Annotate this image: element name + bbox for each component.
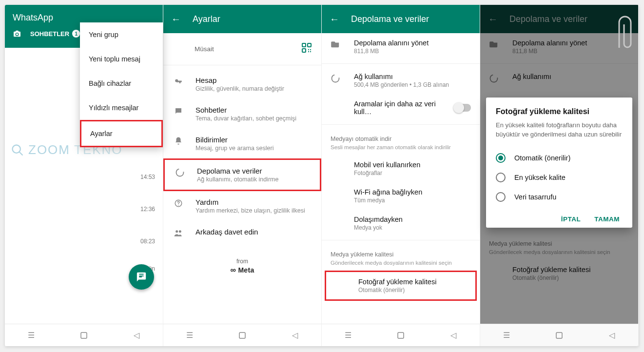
folder-icon xyxy=(331,40,340,48)
storage-header: ← Depolama ve veriler xyxy=(322,5,480,33)
roaming-item[interactable]: Dolaşımdayken Medya yok xyxy=(322,210,480,237)
chats-tab-label: SOHBETLER xyxy=(30,30,69,38)
svg-point-10 xyxy=(176,169,184,176)
svg-rect-5 xyxy=(302,49,306,52)
back-arrow-icon[interactable]: ← xyxy=(171,14,181,25)
svg-rect-17 xyxy=(398,332,404,338)
manage-storage[interactable]: Depolama alanını yönet 811,8 MB xyxy=(322,33,480,60)
svg-point-12 xyxy=(178,205,179,206)
from-meta: from ∞ Meta xyxy=(163,258,321,274)
wifi-item[interactable]: Wi-Fi ağına bağlıyken Tüm medya xyxy=(322,182,480,210)
settings-header: ← Ayarlar xyxy=(163,5,321,33)
settings-notifications[interactable]: Bildirimler Mesaj, grup ve arama sesleri xyxy=(163,129,321,158)
svg-rect-7 xyxy=(310,49,311,50)
chat-time: 14:53 xyxy=(140,174,155,180)
recent-apps-icon[interactable]: ☰ xyxy=(344,331,352,340)
radio-best[interactable]: En yüksek kalite xyxy=(496,168,623,187)
recent-apps-icon[interactable]: ☰ xyxy=(502,331,511,340)
back-icon[interactable]: ◁ xyxy=(449,331,458,340)
settings-account[interactable]: Hesap Gizlilik, güvenlik, numara değişti… xyxy=(163,69,321,99)
screen-settings: ← Ayarlar Müsait Hesap Gizlilik, güvenli… xyxy=(163,5,322,346)
home-icon[interactable] xyxy=(555,331,564,340)
auto-download-sub: Sesli mesajlar her zaman otomatik olarak… xyxy=(322,144,480,155)
back-icon[interactable]: ◁ xyxy=(132,331,141,340)
screen-chats: WhatsApp SOHBETLER 1 Yeni grup Yeni topl… xyxy=(5,5,163,346)
android-navbar: ☰ ◁ xyxy=(5,324,163,346)
camera-icon xyxy=(13,30,21,37)
settings-chats[interactable]: Sohbetler Tema, duvar kağıtları, sohbet … xyxy=(163,99,321,129)
settings-invite[interactable]: Arkadaş davet edin xyxy=(163,221,321,244)
settings-list: Hesap Gizlilik, güvenlik, numara değişti… xyxy=(163,65,321,248)
cancel-button[interactable]: İPTAL xyxy=(561,215,581,223)
paperclip-icon xyxy=(612,14,634,53)
ok-button[interactable]: TAMAM xyxy=(594,215,620,223)
radio-auto[interactable]: Otomatik (önerilir) xyxy=(496,148,623,168)
toggle-switch[interactable] xyxy=(454,104,471,112)
home-icon[interactable] xyxy=(396,331,405,340)
radio-saver[interactable]: Veri tasarrufu xyxy=(496,187,623,207)
qr-icon[interactable] xyxy=(301,42,312,56)
quality-dialog: Fotoğraf yükleme kalitesi En yüksek kali… xyxy=(486,98,632,228)
settings-title: Ayarlar xyxy=(193,14,220,24)
radio-icon[interactable] xyxy=(496,173,506,182)
chats-tab[interactable]: SOHBETLER 1 xyxy=(30,30,80,42)
screen-storage-dialog: ← Depolama ve veriler Depolama alanını y… xyxy=(480,5,639,346)
menu-settings[interactable]: Ayarlar xyxy=(80,120,163,147)
svg-point-13 xyxy=(176,230,178,233)
item-sub: Gizlilik, güvenlik, numara değiştir xyxy=(195,85,284,92)
camera-tab[interactable] xyxy=(13,30,21,42)
menu-new-group[interactable]: Yeni grup xyxy=(80,22,163,47)
auto-download-title: Medyayı otomatik indir xyxy=(322,128,480,144)
home-icon[interactable] xyxy=(79,331,88,340)
network-usage[interactable]: Ağ kullanımı 500,4 MB gönderilen • 1,3 G… xyxy=(322,67,480,94)
photo-quality-item[interactable]: Fotoğraf yükleme kalitesi Otomatik (öner… xyxy=(325,271,477,301)
radio-icon[interactable] xyxy=(496,192,506,202)
less-data-label: Aramalar için daha az veri kull… xyxy=(331,100,454,116)
svg-line-1 xyxy=(20,152,23,155)
home-icon[interactable] xyxy=(238,331,247,340)
radio-label: Veri tasarrufu xyxy=(514,193,556,201)
radio-icon[interactable] xyxy=(496,153,506,163)
screen-storage: ← Depolama ve veriler Depolama alanını y… xyxy=(322,5,480,346)
app-title: WhatsApp xyxy=(13,13,155,23)
menu-starred[interactable]: Yıldızlı mesajlar xyxy=(80,96,163,120)
menu-broadcast[interactable]: Yeni toplu mesaj xyxy=(80,47,163,71)
back-icon[interactable]: ◁ xyxy=(291,331,299,340)
svg-rect-19 xyxy=(556,332,562,338)
new-chat-fab[interactable] xyxy=(129,264,154,290)
svg-point-0 xyxy=(13,145,20,153)
chat-time: 12:36 xyxy=(140,206,155,213)
settings-storage[interactable]: Depolama ve veriler Ağ kullanımı, otomat… xyxy=(163,158,321,191)
svg-point-14 xyxy=(179,230,181,233)
profile-row[interactable]: Müsait xyxy=(163,33,321,65)
svg-rect-8 xyxy=(308,51,309,52)
upload-quality-sub: Gönderilecek medya dosyalarının kalitesi… xyxy=(322,260,480,271)
dialog-body: En yüksek kaliteli fotoğrafların boyutu … xyxy=(496,121,623,139)
less-data-toggle-row[interactable]: Aramalar için daha az veri kull… xyxy=(322,94,480,121)
svg-rect-9 xyxy=(310,51,311,52)
magnify-icon xyxy=(11,143,24,157)
settings-help[interactable]: Yardım Yardım merkezi, bize ulaşın, gizl… xyxy=(163,191,321,221)
mobile-data-item[interactable]: Mobil veri kullanırken Fotoğraflar xyxy=(322,155,480,182)
android-navbar: ☰ ◁ xyxy=(163,324,321,346)
profile-status: Müsait xyxy=(195,45,214,53)
bell-icon xyxy=(174,137,183,145)
data-icon xyxy=(331,74,340,83)
chat-icon xyxy=(174,107,183,116)
chats-badge: 1 xyxy=(72,30,80,38)
chat-icon xyxy=(136,272,147,282)
storage-title: Depolama ve veriler xyxy=(351,14,429,24)
dialog-title: Fotoğraf yükleme kalitesi xyxy=(496,107,623,116)
svg-rect-2 xyxy=(81,332,87,338)
upload-quality-title: Medya yükleme kalitesi xyxy=(322,243,480,260)
menu-linked-devices[interactable]: Bağlı cihazlar xyxy=(80,71,163,96)
radio-label: En yüksek kalite xyxy=(514,174,566,181)
svg-point-16 xyxy=(332,75,339,82)
recent-apps-icon[interactable]: ☰ xyxy=(27,331,36,340)
back-icon[interactable]: ◁ xyxy=(607,331,616,340)
radio-label: Otomatik (önerilir) xyxy=(514,154,570,162)
recent-apps-icon[interactable]: ☰ xyxy=(185,331,194,340)
svg-rect-6 xyxy=(308,49,309,50)
back-arrow-icon[interactable]: ← xyxy=(330,14,339,25)
data-icon xyxy=(175,168,185,177)
